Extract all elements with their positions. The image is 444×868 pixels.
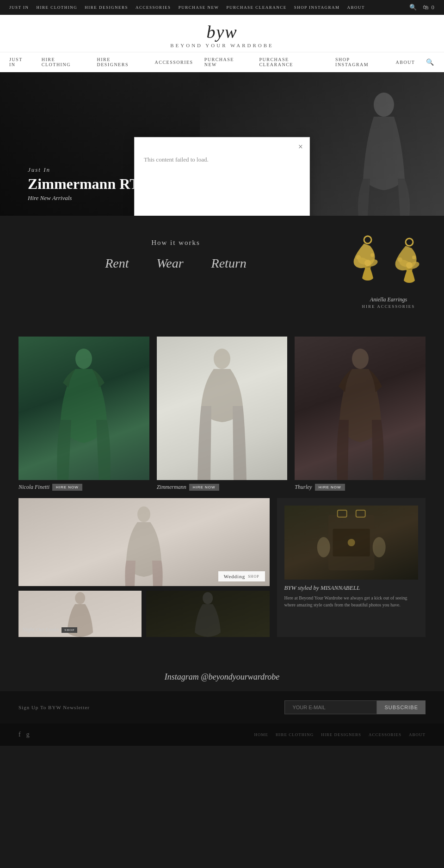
product-card-zimmermann[interactable]: Zimmermann HIRE NOW bbox=[157, 337, 288, 491]
top-bar: JUST IN HIRE CLOTHING HIRE DESIGNERS ACC… bbox=[0, 0, 444, 15]
product-image-nicola bbox=[18, 337, 149, 480]
main-nav: JUST IN HIRE CLOTHING HIRE DESIGNERS ACC… bbox=[0, 52, 444, 72]
svg-point-16 bbox=[214, 349, 230, 369]
footer-social: f g bbox=[18, 731, 30, 738]
hero-section: Just In Zimmermann RTW18 Hire New Arriva… bbox=[0, 72, 444, 216]
facebook-icon[interactable]: f bbox=[18, 731, 21, 738]
newsletter-form: SUBSCRIBE bbox=[284, 700, 426, 714]
how-title: How it works bbox=[151, 239, 200, 247]
modal-overlay: × This content failed to load. bbox=[0, 137, 444, 216]
styled-text: Here at Beyond Your Wardrobe we always g… bbox=[284, 594, 418, 608]
wedding-cta[interactable]: SHOP bbox=[248, 575, 259, 579]
nav-accessories[interactable]: ACCESSORIES bbox=[154, 60, 193, 65]
footer-links: HOME HIRE CLOTHING HIRE DESIGNERS ACCESS… bbox=[254, 732, 426, 737]
instagram-section: Instagram @beyondyourwardrobe bbox=[0, 658, 444, 691]
nav-hire-clothing[interactable]: HIRE CLOTHING bbox=[42, 57, 86, 67]
nav-search-icon[interactable]: 🔍 bbox=[426, 58, 435, 66]
category-row: Wedding SHOP bbox=[18, 498, 426, 637]
site-tagline: BEYOND YOUR WARDROBE bbox=[9, 43, 435, 48]
nicola-figure bbox=[54, 346, 114, 480]
topbar-nav-purchase-new[interactable]: PURCHASE NEW bbox=[179, 5, 219, 10]
footer-link-home[interactable]: HOME bbox=[254, 732, 268, 737]
topbar-nav-purchase-clearance[interactable]: PURCHASE CLEARANCE bbox=[226, 5, 286, 10]
site-footer: f g HOME HIRE CLOTHING HIRE DESIGNERS AC… bbox=[0, 724, 444, 746]
footer-link-accessories[interactable]: ACCESSORIES bbox=[369, 732, 401, 737]
modal-error-text: This content failed to load. bbox=[144, 156, 300, 163]
product-label-thurley: Thurley HIRE NOW bbox=[295, 484, 426, 491]
product-row-1: Nicola Finetti HIRE NOW Zimmermann HIRE … bbox=[18, 337, 426, 491]
zimmermann-figure bbox=[192, 346, 252, 480]
hire-now-thurley[interactable]: HIRE NOW bbox=[315, 484, 345, 491]
hire-accessories-tag[interactable]: HIRE ACCESSORIES bbox=[362, 304, 415, 309]
night-out-label: Night Out Looks SHOP bbox=[22, 626, 77, 633]
nav-purchase-clearance[interactable]: PURCHASE CLEARANCE bbox=[259, 57, 324, 67]
search-icon[interactable]: 🔍 bbox=[409, 4, 417, 11]
topbar-nav-accessories[interactable]: ACCESSORIES bbox=[136, 5, 171, 10]
newsletter-label: Sign Up To BYW Newsletter bbox=[18, 705, 90, 710]
styled-title: BYW styled by MISANNABELL bbox=[284, 584, 418, 592]
product-image-zimmermann bbox=[157, 337, 288, 480]
google-icon[interactable]: g bbox=[26, 731, 30, 738]
footer-link-hire-clothing[interactable]: HIRE CLOTHING bbox=[276, 732, 314, 737]
earring-left-icon bbox=[349, 234, 386, 285]
nav-shop-instagram[interactable]: SHOP INSTAGRAM bbox=[335, 57, 384, 67]
nav-just-in[interactable]: JUST IN bbox=[9, 57, 31, 67]
svg-point-20 bbox=[203, 592, 213, 604]
top-bar-icons: 🔍 🛍 0 bbox=[409, 4, 435, 11]
footer-link-hire-designers[interactable]: HIRE DESIGNERS bbox=[321, 732, 361, 737]
svg-point-19 bbox=[75, 592, 85, 604]
hire-now-zimmermann[interactable]: HIRE NOW bbox=[189, 484, 219, 491]
styled-card: BYW styled by MISANNABELL Here at Beyond… bbox=[277, 498, 426, 637]
newsletter-section: Sign Up To BYW Newsletter SUBSCRIBE bbox=[0, 691, 444, 724]
cart-icon[interactable]: 🛍 0 bbox=[423, 4, 435, 11]
svg-point-15 bbox=[75, 349, 92, 369]
newsletter-email-input[interactable] bbox=[284, 700, 377, 714]
svg-point-27 bbox=[372, 537, 385, 557]
svg-point-10 bbox=[412, 256, 416, 259]
night-out-cta[interactable]: SHOP bbox=[62, 627, 77, 633]
svg-point-14 bbox=[406, 262, 413, 269]
svg-point-26 bbox=[317, 537, 330, 557]
step-rent: Rent bbox=[105, 256, 129, 271]
modal-dialog: × This content failed to load. bbox=[134, 137, 310, 216]
site-logo[interactable]: byw bbox=[9, 23, 435, 41]
topbar-nav-about[interactable]: ABOUT bbox=[347, 5, 365, 10]
product-label-nicola: Nicola Finetti HIRE NOW bbox=[18, 484, 149, 491]
product-card-thurley[interactable]: Thurley HIRE NOW bbox=[295, 337, 426, 491]
svg-point-18 bbox=[137, 506, 150, 522]
night-out-text: Night Out Looks bbox=[22, 626, 59, 633]
category-image-wedding: Wedding SHOP bbox=[18, 498, 270, 586]
earrings-label: Aniella Earrings bbox=[370, 296, 407, 303]
wedding-label: Wedding bbox=[224, 574, 245, 579]
svg-point-25 bbox=[347, 539, 355, 546]
how-it-works-section: How it works Rent Wear Return bbox=[0, 216, 444, 327]
modal-close-button[interactable]: × bbox=[298, 142, 303, 152]
product-image-thurley bbox=[295, 337, 426, 480]
category-card-wedding[interactable]: Wedding SHOP bbox=[18, 498, 270, 586]
product-name-nicola: Nicola Finetti bbox=[18, 484, 49, 491]
topbar-nav-hire-clothing[interactable]: HIRE CLOTHING bbox=[37, 5, 78, 10]
earring-right-icon bbox=[391, 237, 428, 287]
earrings-image bbox=[345, 234, 432, 294]
nav-about[interactable]: ABOUT bbox=[396, 60, 415, 65]
hire-now-nicola[interactable]: HIRE NOW bbox=[52, 484, 82, 491]
svg-point-1 bbox=[364, 236, 371, 244]
svg-point-7 bbox=[364, 260, 371, 266]
how-steps: Rent Wear Return bbox=[105, 256, 247, 271]
topbar-nav-hire-designers[interactable]: HIRE DESIGNERS bbox=[85, 5, 128, 10]
instagram-handle[interactable]: Instagram @beyondyourwardrobe bbox=[9, 672, 435, 682]
nav-purchase-new[interactable]: PURCHASE NEW bbox=[204, 57, 248, 67]
topbar-nav-just-in[interactable]: JUST IN bbox=[9, 5, 29, 10]
footer-link-about[interactable]: ABOUT bbox=[409, 732, 426, 737]
newsletter-subscribe-button[interactable]: SUBSCRIBE bbox=[377, 700, 426, 714]
product-card-nicola[interactable]: Nicola Finetti HIRE NOW bbox=[18, 337, 149, 491]
product-name-zimmermann: Zimmermann bbox=[157, 484, 186, 491]
product-name-thurley: Thurley bbox=[295, 484, 312, 491]
topbar-nav-shop-instagram[interactable]: SHOP INSTAGRAM bbox=[294, 5, 340, 10]
product-section: Nicola Finetti HIRE NOW Zimmermann HIRE … bbox=[0, 327, 444, 658]
nav-hire-designers[interactable]: HIRE DESIGNERS bbox=[97, 57, 143, 67]
step-return: Return bbox=[211, 256, 247, 271]
thurley-figure bbox=[330, 346, 390, 480]
top-bar-nav: JUST IN HIRE CLOTHING HIRE DESIGNERS ACC… bbox=[9, 5, 365, 10]
svg-point-17 bbox=[352, 349, 369, 369]
